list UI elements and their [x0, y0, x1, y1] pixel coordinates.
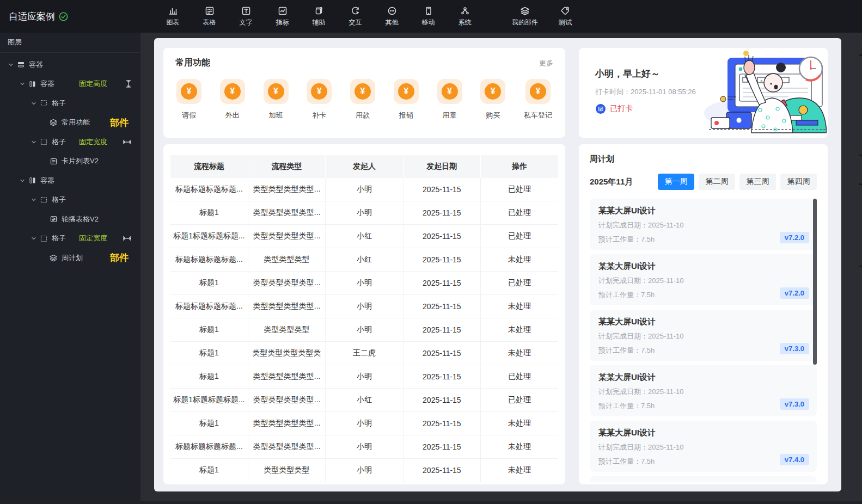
- cell-process-title: 标题1: [170, 201, 248, 225]
- layer-tree-row[interactable]: 常用功能 部件: [0, 113, 140, 133]
- toolbar-nav-item[interactable]: 其他: [374, 0, 410, 33]
- table-row[interactable]: 标题1 类型类型类型 小明 2025-11-15 未处理: [170, 318, 558, 342]
- cell-status: 未处理: [481, 435, 558, 459]
- layer-tree-row[interactable]: 格子 固定宽度: [0, 229, 140, 249]
- plan-finish-date: 计划完成日期：2025-11-10: [598, 442, 808, 452]
- layout-constraint-tag: 固定宽度: [79, 233, 107, 243]
- toolbar-nav-item[interactable]: 指标: [264, 0, 301, 33]
- toolbar-nav-item[interactable]: 图表: [155, 0, 191, 33]
- quick-function-item[interactable]: ¥ 私车登记: [524, 79, 552, 120]
- week-plan-item[interactable]: 某某大屏UI设计 计划完成日期：2025-11-10 预计工作量：7.5h v7…: [590, 421, 817, 472]
- table-row[interactable]: 标题1 类型类型类型类型... 小明 2025-11-15 已处理: [170, 365, 558, 389]
- clock-in-badge-icon: [595, 103, 606, 114]
- chevron-down-icon[interactable]: [29, 139, 38, 145]
- layers-panel-title: 图层: [0, 33, 140, 53]
- table-row[interactable]: 标题1 类型类型类型类型... 小明 2025-11-15 已处理: [170, 201, 558, 225]
- quick-function-item[interactable]: ¥ 加班: [264, 79, 289, 120]
- cell-initiator: 王二虎: [326, 342, 403, 365]
- scrollbar-thumb[interactable]: [813, 199, 817, 365]
- quick-function-icon-box: ¥: [307, 79, 332, 104]
- week-tab[interactable]: 第一周: [658, 174, 694, 190]
- layer-tree-row[interactable]: 容器: [0, 171, 140, 190]
- quick-function-item[interactable]: ¥ 购买: [480, 79, 505, 120]
- toolbar-nav-item[interactable]: 交互: [337, 0, 374, 33]
- quick-function-label: 补卡: [312, 110, 326, 120]
- plan-workload: 预计工作量：7.5h: [598, 235, 808, 244]
- tag-icon: [560, 5, 571, 16]
- chevron-down-icon[interactable]: [18, 81, 27, 87]
- cell-process-title: 标题标题标题标题...: [170, 295, 248, 318]
- table-icon: [204, 5, 215, 16]
- week-plan-item[interactable]: 某某大屏UI设计 计划完成日期：2025-11-10 预计工作量：7.5h v7…: [590, 254, 817, 305]
- table-row[interactable]: 标题标题标题标题... 类型类型类型 小红 2025-11-15 未处理: [170, 248, 558, 272]
- quick-function-item[interactable]: ¥ 用款: [350, 79, 375, 120]
- cell-start-date: 2025-11-15: [403, 459, 480, 482]
- greeting-card: 小明，早上好～ 打卡时间：2025-11-01 08:55:26 已打卡: [579, 48, 828, 138]
- layer-tree-row[interactable]: 轮播表格V2: [0, 210, 140, 229]
- layer-label: 轮播表格V2: [62, 214, 99, 224]
- toolbar-nav-item[interactable]: 表格: [191, 0, 228, 33]
- assist-icon: [314, 5, 325, 16]
- week-plan-item[interactable]: 某某大屏UI设计 计划完成日期：2025-11-10 预计工作量：7.5h v7…: [590, 365, 817, 416]
- week-tab[interactable]: 第四周: [780, 174, 817, 190]
- cell-process-title: 标题1标题标题标题...: [170, 225, 248, 248]
- table-row[interactable]: 标题1 类型类型类型类型... 小明 2025-11-15 已处理: [170, 272, 558, 295]
- toolbar-nav-item[interactable]: 我的部件: [505, 0, 545, 33]
- chevron-down-icon[interactable]: [29, 197, 38, 202]
- toolbar-nav-item[interactable]: 文字: [228, 0, 264, 33]
- toolbar-nav-item[interactable]: 系统: [447, 0, 483, 33]
- quick-function-item[interactable]: ¥ 请假: [176, 79, 201, 120]
- chevron-down-icon[interactable]: [29, 236, 38, 241]
- cell-start-date: 2025-11-15: [403, 318, 480, 342]
- layer-tree-row[interactable]: 格子 固定宽度: [0, 132, 140, 152]
- gutter-tick: [859, 155, 862, 156]
- chevron-down-icon[interactable]: [29, 101, 38, 106]
- layer-tree-row[interactable]: 格子: [0, 94, 140, 113]
- table-row[interactable]: 标题标题标题标题... 类型类型类型类型... 小明 2025-11-15 已处…: [170, 178, 558, 201]
- toolbar-nav-label: 测试: [559, 18, 572, 27]
- toolbar-nav-item[interactable]: 辅助: [301, 0, 337, 33]
- plan-finish-date: 计划完成日期：2025-11-10: [598, 331, 808, 341]
- layer-tree-row[interactable]: 容器 固定高度: [0, 75, 140, 94]
- component-layers-icon: [49, 118, 58, 127]
- version-badge: v7.2.0: [780, 287, 809, 299]
- layer-tree-row[interactable]: 周计划 部件: [0, 248, 140, 268]
- quick-function-item[interactable]: ¥ 用章: [437, 79, 462, 120]
- layer-label: 常用功能: [62, 118, 90, 127]
- toolbar-nav-item[interactable]: 测试: [545, 0, 585, 33]
- cell-process-title: 标题1: [170, 459, 248, 482]
- cell-process-type: 类型类型类型类型类: [248, 342, 325, 365]
- table-row[interactable]: 标题1 类型类型类型 小明 2025-11-15 未处理: [170, 459, 558, 482]
- quick-function-item[interactable]: ¥ 报销: [394, 79, 419, 120]
- chevron-down-icon[interactable]: [18, 178, 27, 183]
- layer-tree-row[interactable]: 格子: [0, 190, 140, 210]
- cell-start-date: 2025-11-15: [403, 178, 480, 201]
- cell-start-date: 2025-11-15: [403, 248, 480, 272]
- quick-function-item[interactable]: ¥ 补卡: [307, 79, 332, 120]
- table-row[interactable]: 标题1标题标题标题... 类型类型类型类型... 小红 2025-11-15 已…: [170, 225, 558, 248]
- cell-status: 已处理: [481, 201, 558, 225]
- toolbar-nav-label: 图表: [167, 18, 180, 27]
- week-plan-item[interactable]: 某某大屏UI设计 计划完成日期：2025-11-10 预计工作量：7.5h v7…: [590, 199, 817, 250]
- table-row[interactable]: 标题标题标题标题... 类型类型类型类型... 小明 2025-11-15 未处…: [170, 295, 558, 318]
- week-plan-item[interactable]: 某某大屏UI设计 计划完成日期：2025-11-10 预计工作量：7.5h v7…: [590, 310, 817, 361]
- table-row[interactable]: 标题1 类型类型类型类型... 小明 2025-11-15 未处理: [170, 412, 558, 435]
- process-table-header-row: 流程标题流程类型发起人发起日期操作: [170, 155, 558, 178]
- quick-function-item[interactable]: ¥ 外出: [220, 79, 245, 120]
- week-plan-item[interactable]: [590, 476, 817, 482]
- cell-status: 已处理: [481, 389, 558, 412]
- table-row[interactable]: 标题标题标题标题... 类型类型类型类型... 小明 2025-11-15 未处…: [170, 435, 558, 459]
- toolbar-nav-item[interactable]: 移动: [410, 0, 447, 33]
- layer-tree-row[interactable]: 容器: [0, 55, 140, 75]
- week-tab[interactable]: 第二周: [699, 174, 735, 190]
- design-canvas[interactable]: 常用功能 更多 ¥ 请假 ¥ 外: [154, 38, 841, 491]
- table-row[interactable]: 标题1标题标题标题... 类型类型类型类型... 小红 2025-11-15 已…: [170, 389, 558, 412]
- layer-tree-row[interactable]: 卡片列表V2: [0, 152, 140, 171]
- cell-process-type: 类型类型类型: [248, 248, 325, 272]
- table-row[interactable]: 标题1 类型类型类型类型类 王二虎 2025-11-15 未处理: [170, 342, 558, 365]
- quick-functions-title: 常用功能: [175, 57, 210, 69]
- more-link[interactable]: 更多: [539, 58, 553, 68]
- process-table-header-cell: 流程标题: [170, 155, 248, 178]
- chevron-down-icon[interactable]: [7, 62, 15, 67]
- week-tab[interactable]: 第三周: [739, 174, 776, 190]
